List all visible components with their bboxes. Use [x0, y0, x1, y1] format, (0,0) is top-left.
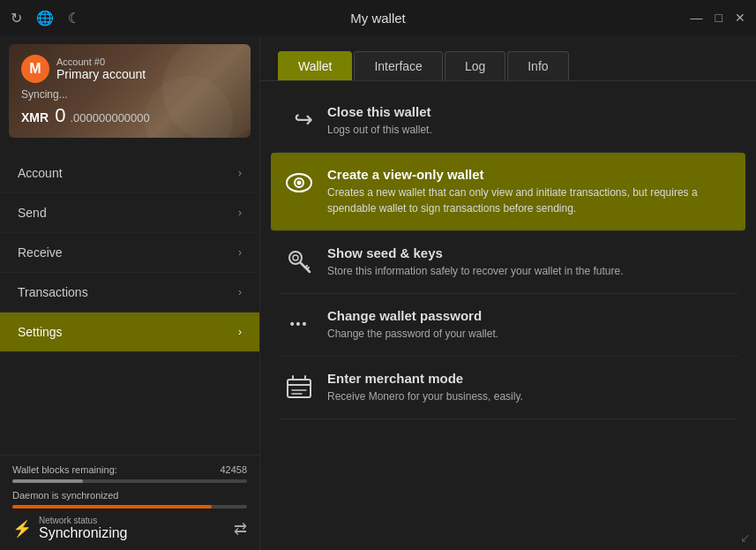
merchant-mode-desc: Receive Monero for your business, easily…: [327, 388, 731, 404]
balance-currency: XMR: [21, 110, 49, 124]
nav-receive-label: Receive: [18, 245, 63, 260]
balance-zero: 0: [55, 104, 65, 126]
shuffle-icon[interactable]: ⇄: [234, 519, 247, 539]
close-button[interactable]: ✕: [735, 11, 745, 24]
globe-icon[interactable]: 🌐: [36, 10, 54, 26]
sidebar-item-account[interactable]: Account ›: [0, 154, 259, 193]
network-status: ⚡ Network status Synchronizing ⇄: [12, 516, 247, 541]
change-password-desc: Change the password of your wallet.: [327, 326, 731, 342]
account-number: Account #0: [56, 57, 146, 67]
svg-point-4: [293, 255, 298, 260]
change-password-title: Change wallet password: [327, 308, 731, 323]
svg-rect-8: [288, 380, 311, 397]
lightning-icon: ⚡: [12, 519, 32, 539]
menu-item-seed-keys[interactable]: Show seed & keys Store this information …: [278, 231, 738, 294]
menu-item-close-wallet[interactable]: ↩ Close this wallet Logs out of this wal…: [278, 90, 738, 153]
nav-account-chevron: ›: [238, 167, 242, 179]
close-wallet-title: Close this wallet: [327, 104, 731, 119]
svg-line-7: [307, 267, 309, 269]
tab-interface[interactable]: Interface: [354, 51, 442, 80]
tab-log[interactable]: Log: [445, 51, 505, 80]
change-password-icon: •••: [285, 310, 313, 338]
nav-send-chevron: ›: [238, 207, 242, 219]
balance-display: XMR 0 .000000000000: [21, 104, 238, 127]
nav-send-label: Send: [18, 206, 47, 220]
titlebar: ↻ 🌐 ☾ My wallet — □ ✕: [0, 0, 756, 35]
seed-keys-title: Show seed & keys: [327, 245, 731, 260]
dark-mode-icon[interactable]: ☾: [68, 10, 80, 26]
menu-item-merchant-mode[interactable]: Enter merchant mode Receive Monero for y…: [278, 357, 738, 419]
minimize-button[interactable]: —: [691, 11, 703, 24]
merchant-mode-icon: [285, 373, 313, 401]
nav-receive-chevron: ›: [238, 246, 242, 259]
nav-transactions-chevron: ›: [238, 286, 242, 298]
wallet-blocks-progress-fill: [12, 479, 83, 483]
view-only-text: Create a view-only wallet Creates a new …: [327, 167, 731, 216]
daemon-progress-fill: [12, 505, 212, 509]
sidebar-item-send[interactable]: Send ›: [0, 193, 259, 233]
refresh-icon[interactable]: ↻: [11, 10, 22, 26]
account-header: M Account #0 Primary account: [21, 55, 238, 83]
syncing-status: Syncing...: [21, 88, 238, 101]
close-wallet-icon: ↩: [285, 106, 313, 134]
blocks-label: Wallet blocks remaining:: [12, 464, 117, 475]
account-card: M Account #0 Primary account Syncing... …: [9, 44, 251, 138]
network-label: Network status: [39, 516, 128, 525]
seed-keys-text: Show seed & keys Store this information …: [327, 245, 731, 279]
view-only-desc: Creates a new wallet that can only view …: [327, 185, 731, 216]
blocks-value: 42458: [220, 464, 247, 475]
titlebar-left-icons: ↻ 🌐 ☾: [11, 10, 80, 26]
balance-decimal: .000000000000: [70, 111, 149, 124]
window-controls: — □ ✕: [691, 11, 745, 24]
wallet-blocks-progress-track: [12, 479, 247, 483]
seed-keys-desc: Store this information safely to recover…: [327, 263, 731, 279]
sidebar-item-receive[interactable]: Receive ›: [0, 233, 259, 273]
svg-line-6: [305, 266, 307, 267]
nav-transactions-label: Transactions: [18, 285, 88, 299]
maximize-button[interactable]: □: [715, 11, 722, 24]
blocks-row: Wallet blocks remaining: 42458: [12, 464, 247, 475]
main-layout: M Account #0 Primary account Syncing... …: [0, 35, 756, 550]
network-value: Synchronizing: [39, 525, 128, 541]
close-wallet-text: Close this wallet Logs out of this walle…: [327, 104, 731, 138]
sidebar-item-settings[interactable]: Settings ›: [0, 313, 259, 352]
nav-settings-label: Settings: [18, 325, 63, 339]
account-info: Account #0 Primary account: [56, 57, 146, 81]
view-only-icon: [285, 169, 313, 197]
tab-wallet[interactable]: Wallet: [278, 51, 352, 80]
sidebar-item-transactions[interactable]: Transactions ›: [0, 273, 259, 313]
merchant-mode-text: Enter merchant mode Receive Monero for y…: [327, 371, 731, 404]
sidebar: M Account #0 Primary account Syncing... …: [0, 35, 260, 550]
merchant-mode-title: Enter merchant mode: [327, 371, 731, 386]
network-info: Network status Synchronizing: [39, 516, 128, 541]
account-name: Primary account: [56, 67, 146, 81]
menu-item-change-password[interactable]: ••• Change wallet password Change the pa…: [278, 294, 738, 357]
sidebar-bottom: Wallet blocks remaining: 42458 Daemon is…: [0, 455, 259, 550]
nav-settings-chevron: ›: [238, 326, 242, 338]
daemon-label: Daemon is synchronized: [12, 490, 118, 501]
wallet-menu-list: ↩ Close this wallet Logs out of this wal…: [260, 81, 756, 428]
nav-account-label: Account: [18, 166, 63, 180]
resize-handle[interactable]: ↙: [740, 531, 751, 545]
seed-keys-icon: [285, 247, 313, 275]
svg-point-3: [289, 252, 302, 264]
daemon-progress-track: [12, 505, 247, 509]
view-only-title: Create a view-only wallet: [327, 167, 731, 182]
change-password-text: Change wallet password Change the passwo…: [327, 308, 731, 342]
content-area: Wallet Interface Log Info ↩ Close this w…: [260, 35, 756, 550]
close-wallet-desc: Logs out of this wallet.: [327, 122, 731, 138]
menu-item-view-only[interactable]: Create a view-only wallet Creates a new …: [271, 153, 745, 231]
tab-info[interactable]: Info: [507, 51, 568, 80]
tab-bar: Wallet Interface Log Info: [260, 35, 756, 81]
daemon-row: Daemon is synchronized: [12, 490, 247, 501]
nav-items: Account › Send › Receive › Transactions …: [0, 147, 259, 455]
window-title: My wallet: [350, 11, 406, 26]
svg-point-2: [297, 181, 302, 185]
monero-logo: M: [21, 55, 49, 83]
